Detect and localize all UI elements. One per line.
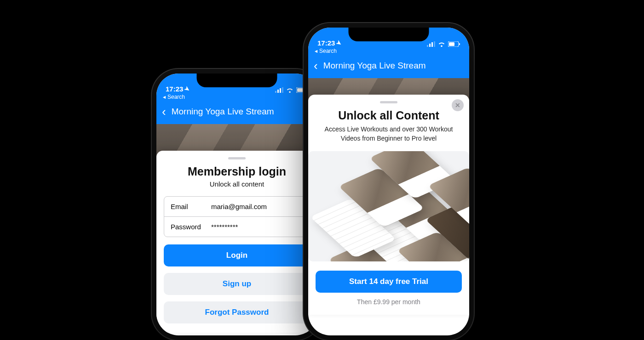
password-field[interactable]	[211, 223, 303, 231]
login-subtitle: Unlock all content	[164, 180, 310, 188]
svg-rect-2	[280, 88, 281, 93]
signal-icon	[275, 87, 283, 93]
password-row: Password	[164, 216, 310, 237]
nav-bar: ‹ Morning Yoga Live Stream	[308, 56, 469, 78]
svg-rect-12	[449, 42, 454, 46]
location-icon: ➤	[335, 39, 344, 47]
signup-button[interactable]: Sign up	[164, 273, 310, 295]
phone-paywall: 17:23 ➤ Search ‹ Morning Yoga Live Strea…	[308, 28, 469, 335]
promo-image	[308, 151, 469, 261]
svg-rect-7	[427, 45, 428, 47]
status-time: 17:23	[317, 39, 335, 47]
login-form: Email Password	[164, 196, 310, 237]
login-sheet: Membership login Unlock all content Emai…	[156, 151, 317, 333]
paywall-sheet: ✕ Unlock all Content Access Live Workout…	[308, 95, 469, 315]
start-trial-button[interactable]: Start 14 day free Trial	[316, 271, 462, 293]
paywall-subtitle: Access Live Workouts and over 300 Workou…	[316, 125, 462, 143]
phone-login: 17:23 ➤ Search ‹ Morning Yoga Live Strea…	[156, 74, 317, 335]
login-title: Membership login	[164, 165, 310, 178]
status-time: 17:23	[166, 85, 183, 93]
password-label: Password	[171, 223, 211, 231]
device-notch	[349, 28, 429, 41]
forgot-password-button[interactable]: Forgot Password	[164, 301, 310, 323]
price-note: Then £9.99 per month	[316, 298, 462, 306]
wifi-icon	[438, 41, 445, 47]
back-chevron-icon[interactable]: ‹	[314, 60, 318, 72]
email-field[interactable]	[211, 203, 303, 210]
page-title: Morning Yoga Live Stream	[323, 61, 464, 71]
battery-icon	[448, 41, 460, 47]
svg-rect-13	[459, 43, 460, 45]
svg-rect-9	[431, 42, 433, 47]
svg-rect-1	[277, 90, 279, 93]
location-icon: ➤	[184, 85, 192, 93]
svg-rect-3	[282, 87, 283, 93]
svg-rect-8	[429, 44, 431, 47]
battery-icon	[296, 87, 308, 93]
svg-rect-5	[297, 88, 304, 92]
paywall-title: Unlock all Content	[316, 109, 462, 122]
wifi-icon	[286, 87, 293, 93]
sheet-grabber[interactable]	[228, 157, 246, 159]
signal-icon	[427, 41, 435, 47]
login-button[interactable]: Login	[164, 244, 310, 266]
page-title: Morning Yoga Live Stream	[172, 107, 312, 117]
back-chevron-icon[interactable]: ‹	[162, 106, 166, 118]
email-row: Email	[164, 197, 310, 216]
close-icon[interactable]: ✕	[452, 99, 464, 111]
breadcrumb-back[interactable]: Search	[308, 48, 469, 56]
device-notch	[197, 74, 277, 87]
sheet-grabber[interactable]	[380, 101, 397, 103]
nav-bar: ‹ Morning Yoga Live Stream	[156, 102, 317, 124]
svg-rect-10	[434, 41, 435, 47]
breadcrumb-back[interactable]: Search	[156, 94, 317, 102]
svg-rect-0	[275, 91, 276, 93]
email-label: Email	[171, 203, 211, 210]
